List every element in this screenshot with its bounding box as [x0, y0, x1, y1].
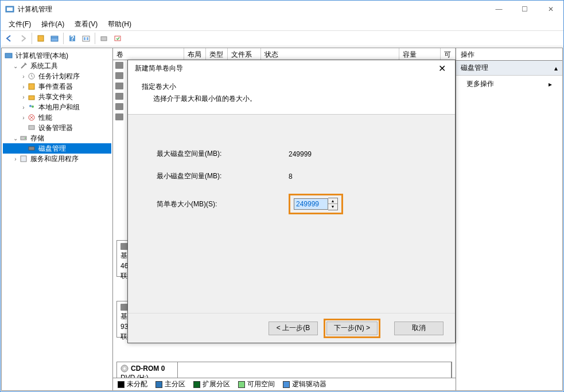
legend-logical: 逻辑驱动器	[283, 379, 326, 389]
expand-icon[interactable]: ›	[20, 73, 27, 80]
tree-storage[interactable]: ⌄存储	[3, 133, 111, 143]
spinner-buttons: ▲ ▼	[328, 198, 338, 210]
app-icon	[5, 5, 14, 14]
expand-icon[interactable]: ›	[20, 104, 27, 111]
wizard-close-button[interactable]: ✕	[434, 62, 450, 75]
cdrom-icon	[120, 364, 129, 373]
min-disk-space-label: 最小磁盘空间量(MB):	[157, 171, 289, 181]
tree-system-tools[interactable]: ⌄ 系统工具	[3, 61, 111, 71]
tree-disk-management[interactable]: 磁盘管理	[3, 143, 111, 154]
share-icon	[27, 92, 36, 101]
close-button[interactable]: ✕	[538, 1, 563, 18]
expand-icon[interactable]: ›	[12, 156, 19, 162]
legend-extended: 扩展分区	[193, 379, 230, 389]
services-icon	[19, 154, 28, 163]
collapse-icon[interactable]: ⌄	[12, 63, 19, 69]
svg-point-16	[29, 105, 32, 107]
svg-point-17	[32, 105, 34, 108]
svg-rect-19	[29, 126, 34, 130]
col-volume[interactable]: 卷	[113, 48, 184, 60]
performance-icon	[27, 113, 36, 122]
col-available[interactable]: 可	[441, 48, 456, 60]
expand-icon[interactable]: ›	[20, 94, 27, 100]
back-button[interactable]: < 上一步(B	[269, 322, 318, 335]
toolbar-icon-3[interactable]	[80, 32, 92, 45]
svg-rect-23	[21, 156, 26, 162]
maximize-button[interactable]: ☐	[512, 1, 538, 18]
wizard-heading: 指定卷大小	[142, 82, 441, 92]
volume-icon	[115, 62, 123, 69]
tree-label: 任务计划程序	[38, 72, 80, 81]
actions-group-label: 磁盘管理	[461, 63, 488, 73]
toolbar-icon-5[interactable]	[111, 32, 124, 45]
legend: 未分配 主分区 扩展分区 可用空间 逻辑驱动器	[113, 378, 456, 390]
cancel-button[interactable]: 取消	[394, 322, 444, 335]
col-layout[interactable]: 布局	[184, 48, 206, 60]
next-button-highlight: 下一步(N) >	[324, 319, 380, 338]
toolbar-icon-4[interactable]	[98, 32, 110, 45]
help-icon[interactable]: ?	[66, 32, 79, 45]
svg-rect-2	[38, 36, 44, 41]
menu-file[interactable]: 文件(F)	[4, 18, 36, 30]
tree-root-label: 计算机管理(本地)	[15, 51, 68, 61]
min-disk-space-row: 最小磁盘空间量(MB): 8	[157, 171, 438, 181]
collapse-icon[interactable]: ⌄	[12, 135, 19, 142]
spinner-down-button[interactable]: ▼	[328, 204, 337, 210]
toolbar-icon-2[interactable]	[48, 32, 61, 45]
window-controls: — ☐ ✕	[486, 1, 563, 18]
tree-shared-folders[interactable]: ›共享文件夹	[3, 92, 111, 102]
tree-event-viewer[interactable]: ›事件查看器	[3, 81, 111, 92]
tools-icon	[19, 61, 28, 70]
actions-more[interactable]: 更多操作 ▸	[456, 76, 562, 92]
max-disk-space-row: 最大磁盘空间量(MB): 249999	[157, 149, 438, 159]
actions-group-disk[interactable]: 磁盘管理 ▴	[456, 61, 562, 76]
wizard-title: 新建简单卷向导	[135, 64, 183, 73]
wizard-footer: < 上一步(B 下一步(N) > 取消	[128, 313, 455, 343]
next-button[interactable]: 下一步(N) >	[326, 322, 378, 335]
max-disk-space-value: 249999	[289, 150, 312, 158]
tree-device-manager[interactable]: 设备管理器	[3, 123, 111, 133]
tree-root[interactable]: 计算机管理(本地)	[3, 50, 111, 61]
svg-point-25	[123, 367, 126, 370]
tree-services-apps[interactable]: ›服务和应用程序	[3, 154, 111, 164]
tree-task-scheduler[interactable]: ›任务计划程序	[3, 71, 111, 81]
tree-label: 事件查看器	[38, 82, 73, 92]
volume-icon	[115, 113, 123, 120]
svg-rect-9	[87, 37, 88, 40]
chevron-right-icon: ▸	[549, 80, 552, 88]
toolbar-icon-1[interactable]	[34, 32, 47, 45]
toolbar: ?	[1, 30, 563, 46]
back-button[interactable]	[3, 32, 15, 45]
actions-pane: 操作 磁盘管理 ▴ 更多操作 ▸	[456, 48, 563, 391]
volume-size-input[interactable]	[294, 198, 328, 210]
expand-icon[interactable]: ›	[20, 115, 27, 121]
expand-icon[interactable]: ›	[20, 84, 27, 90]
event-icon	[27, 82, 36, 91]
svg-rect-8	[84, 37, 85, 40]
users-icon	[27, 103, 36, 112]
svg-rect-22	[29, 147, 34, 150]
tree-performance[interactable]: ›性能	[3, 112, 111, 123]
tree-local-users[interactable]: ›本地用户和组	[3, 102, 111, 112]
volume-list-header: 卷 布局 类型 文件系统 状态 容量 可	[113, 48, 456, 60]
minimize-button[interactable]: —	[486, 1, 512, 18]
volume-icon	[115, 93, 123, 100]
col-filesystem[interactable]: 文件系统	[228, 48, 261, 60]
spinner-up-button[interactable]: ▲	[328, 198, 337, 204]
col-type[interactable]: 类型	[206, 48, 228, 60]
svg-text:?: ?	[70, 34, 74, 42]
col-capacity[interactable]: 容量	[399, 48, 441, 60]
volume-size-row: 简单卷大小(MB)(S): ▲ ▼	[157, 194, 438, 214]
forward-button[interactable]	[17, 32, 29, 45]
svg-rect-1	[7, 7, 13, 11]
disk-icon	[27, 144, 36, 153]
menubar: 文件(F) 操作(A) 查看(V) 帮助(H)	[1, 18, 563, 30]
menu-action[interactable]: 操作(A)	[37, 18, 69, 30]
tree-label: 磁盘管理	[38, 144, 66, 154]
computer-icon	[4, 51, 13, 60]
menu-view[interactable]: 查看(V)	[70, 18, 102, 30]
tree-label: 性能	[38, 113, 52, 123]
tree-label: 共享文件夹	[38, 92, 73, 102]
menu-help[interactable]: 帮助(H)	[103, 18, 136, 30]
col-status[interactable]: 状态	[261, 48, 399, 60]
